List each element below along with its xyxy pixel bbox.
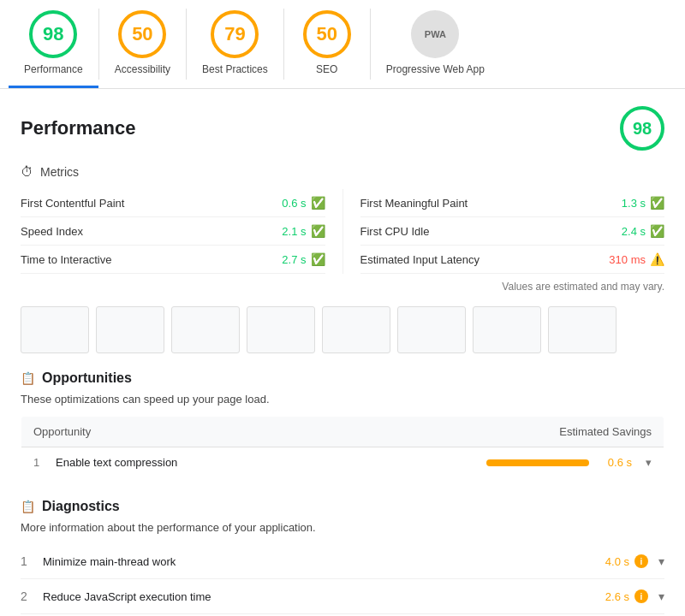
thumb-3 [171,306,240,353]
metric-tti-value: 2.7 s ✅ [282,252,325,266]
nav-item-pwa[interactable]: PWA Progressive Web App [371,0,500,88]
metrics-label: Metrics [40,165,79,179]
diag-expand-2[interactable]: ▾ [658,589,664,603]
diag-label-1: Minimize main-thread work [43,555,176,568]
metric-tti-label: Time to Interactive [21,253,111,266]
thumb-1 [21,306,89,353]
diag-expand-1[interactable]: ▾ [658,554,664,568]
nav-item-seo[interactable]: 50 SEO [284,0,370,88]
thumb-8 [548,306,616,353]
thumb-6 [397,306,466,353]
metrics-header: ⏱ Metrics [21,164,664,179]
metric-fcp-label: First Contentful Paint [21,197,124,210]
metric-fmp-value: 1.3 s ✅ [622,196,664,210]
fci-check-icon: ✅ [650,224,664,238]
score-circle-pwa: PWA [411,10,459,58]
fcp-check-icon: ✅ [311,196,325,210]
nav-label-best-practices: Best Practices [202,63,268,75]
diag-value-1: 4.0 s [605,555,629,568]
tti-check-icon: ✅ [311,252,325,266]
diag-row-2[interactable]: 2 Reduce JavaScript execution time 2.6 s… [21,579,664,614]
score-circle-accessibility: 50 [118,10,166,58]
opp-col-savings: Estimated Savings [324,417,664,447]
metric-fci-value: 2.4 s ✅ [622,224,664,238]
opp-cell-savings-1: 0.6 s ▾ [324,447,664,478]
metric-si-label: Speed Index [21,225,83,238]
thumb-2 [96,306,164,353]
diag-value-2: 2.6 s [605,590,629,603]
opportunities-icon: 📋 [21,371,35,385]
diag-left-2: 2 Reduce JavaScript execution time [21,589,211,603]
diag-num-1: 1 [21,554,34,568]
estimated-note: Values are estimated and may vary. [21,281,664,293]
top-nav: 98 Performance 50 Accessibility 79 Best … [0,0,685,89]
eil-warn-icon: ⚠️ [650,252,664,266]
thumb-5 [322,306,390,353]
info-icon-1: i [634,554,648,568]
diag-num-2: 2 [21,589,34,603]
nav-item-best-practices[interactable]: 79 Best Practices [187,0,283,88]
metrics-right-col: First Meaningful Paint 1.3 s ✅ First CPU… [342,189,665,274]
opportunities-table: Opportunity Estimated Savings 1 Enable t… [21,416,664,478]
opportunities-desc: These optimizations can speed up your pa… [21,393,664,406]
thumb-4 [247,306,315,353]
metric-fmp-label: First Meaningful Paint [360,197,468,210]
expand-icon-1[interactable]: ▾ [646,456,652,469]
metrics-left-col: First Contentful Paint 0.6 s ✅ Speed Ind… [21,189,342,274]
savings-bar-1 [486,459,589,466]
diag-right-1: 4.0 s i ▾ [605,554,664,568]
diag-label-2: Reduce JavaScript execution time [43,590,211,603]
timeline-row [21,306,664,353]
diag-row-1[interactable]: 1 Minimize main-thread work 4.0 s i ▾ [21,544,664,579]
performance-title: Performance [21,117,136,139]
diagnostics-icon: 📋 [21,500,35,513]
diag-right-2: 2.6 s i ▾ [605,589,664,603]
metric-eil: Estimated Input Latency 310 ms ⚠️ [360,246,665,274]
score-circle-performance: 98 [29,10,77,58]
nav-label-pwa: Progressive Web App [386,63,485,75]
info-icon-2: i [634,589,648,603]
diagnostics-list: 1 Minimize main-thread work 4.0 s i ▾ 2 … [21,544,664,616]
diagnostics-label: Diagnostics [42,499,120,514]
nav-item-performance[interactable]: 98 Performance [9,0,98,88]
metric-eil-label: Estimated Input Latency [360,253,480,266]
nav-label-accessibility: Accessibility [115,63,170,75]
savings-value-1: 0.6 s [598,456,632,469]
si-check-icon: ✅ [311,224,325,238]
metric-fmp: First Meaningful Paint 1.3 s ✅ [360,189,665,217]
clock-icon: ⏱ [21,164,33,179]
metric-tti: Time to Interactive 2.7 s ✅ [21,246,325,274]
main-content: Performance 98 ⏱ Metrics First Contentfu… [0,89,685,616]
metric-eil-value: 310 ms ⚠️ [609,252,664,266]
thumb-7 [473,306,541,353]
opp-num-1: 1 [33,456,47,469]
performance-title-row: Performance 98 [21,106,664,151]
opp-col-opportunity: Opportunity [21,417,324,447]
diag-left-1: 1 Minimize main-thread work [21,554,176,568]
metric-fci-label: First CPU Idle [360,225,430,238]
score-circle-best-practices: 79 [211,10,259,58]
metric-si-value: 2.1 s ✅ [282,224,325,238]
performance-score-large: 98 [620,106,664,151]
metric-fcp-value: 0.6 s ✅ [282,196,325,210]
opportunities-header: 📋 Opportunities [21,370,664,386]
metrics-grid: First Contentful Paint 0.6 s ✅ Speed Ind… [21,189,664,274]
fmp-check-icon: ✅ [650,196,664,210]
nav-label-performance: Performance [24,63,83,75]
score-circle-seo: 50 [303,10,351,58]
diagnostics-desc: More information about the performance o… [21,521,664,534]
nav-item-accessibility[interactable]: 50 Accessibility [99,0,186,88]
opp-row-1[interactable]: 1 Enable text compression 0.6 s ▾ [21,447,664,478]
opp-label-1: Enable text compression [56,456,177,469]
metric-fcp: First Contentful Paint 0.6 s ✅ [21,189,325,217]
metric-si: Speed Index 2.1 s ✅ [21,217,325,246]
opp-cell-label-1: 1 Enable text compression [21,447,324,478]
diagnostics-header: 📋 Diagnostics [21,499,664,514]
nav-label-seo: SEO [316,63,337,75]
opportunities-label: Opportunities [42,370,132,386]
metric-fci: First CPU Idle 2.4 s ✅ [360,217,665,246]
